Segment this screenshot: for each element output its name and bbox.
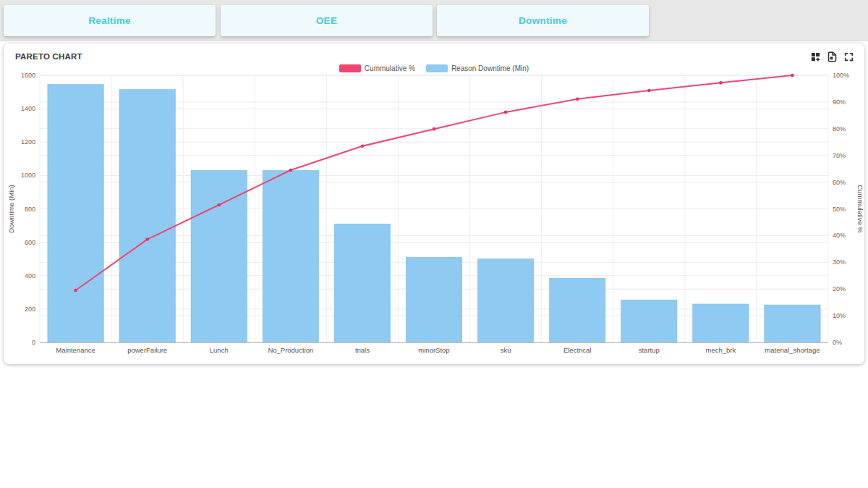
bar-No_Production[interactable]: [263, 170, 318, 342]
pareto-chart-card: PARETO CHART: [4, 43, 864, 364]
x-axis-label: trials: [355, 346, 370, 354]
right-axis-tick: 70%: [833, 152, 846, 159]
right-axis-tick: 50%: [833, 206, 846, 213]
left-axis-tick: 1000: [21, 172, 35, 179]
card-toolbar: [810, 51, 854, 62]
right-axis-tick: 60%: [833, 179, 846, 186]
right-axis-tick: 30%: [833, 258, 846, 266]
bar-mech_brk[interactable]: [693, 304, 749, 342]
cumulative-point-minorStop[interactable]: [433, 127, 436, 131]
x-axis-label: material_shortage: [765, 346, 820, 354]
cumulative-point-material_shortage[interactable]: [791, 74, 794, 77]
x-axis-label: Maintenance: [56, 346, 95, 354]
right-axis-tick: 40%: [833, 232, 846, 239]
cumulative-point-trials[interactable]: [361, 144, 365, 148]
left-axis-tick: 1600: [21, 72, 35, 79]
right-axis-tick: 100%: [833, 72, 849, 79]
tab-downtime[interactable]: Downtime: [437, 5, 649, 36]
cumulative-point-powerFailure[interactable]: [145, 237, 149, 241]
tab-realtime[interactable]: Realtime: [4, 5, 216, 36]
cumulative-point-sku[interactable]: [504, 111, 508, 114]
bar-trials[interactable]: [334, 224, 390, 342]
right-axis-tick: 20%: [833, 285, 846, 293]
cumulative-point-Maintenance[interactable]: [74, 289, 77, 293]
x-axis-label: Electrical: [563, 346, 592, 354]
tabs-bar: Realtime OEE Downtime: [0, 0, 868, 41]
left-axis-title: Downtime (Min): [7, 185, 15, 233]
bar-minorStop[interactable]: [406, 257, 461, 342]
left-axis-tick: 1200: [21, 138, 35, 146]
card-header: PARETO CHART: [15, 49, 854, 64]
right-axis-tick: 90%: [833, 98, 846, 106]
page-title: PARETO CHART: [15, 52, 82, 61]
export-report-icon[interactable]: [827, 51, 838, 62]
cumulative-point-startup[interactable]: [647, 89, 651, 93]
left-axis-tick: 1400: [21, 105, 35, 112]
x-axis-label: No_Production: [268, 346, 313, 354]
right-axis-tick: 80%: [833, 125, 846, 132]
right-axis-title: Cummulative %: [856, 185, 864, 233]
fullscreen-icon[interactable]: [843, 51, 854, 62]
left-axis-tick: 600: [25, 239, 35, 246]
tab-oee[interactable]: OEE: [221, 5, 433, 36]
right-axis-tick: 0%: [833, 339, 842, 346]
x-axis-label: minorStop: [418, 346, 449, 354]
bar-startup[interactable]: [621, 300, 677, 342]
bar-Electrical[interactable]: [550, 278, 605, 342]
left-axis-tick: 400: [25, 272, 35, 279]
bar-Maintenance[interactable]: [48, 85, 103, 342]
dashboard-customize-icon[interactable]: [810, 51, 821, 62]
left-axis-tick: 800: [25, 206, 35, 213]
left-axis-tick: 200: [25, 306, 35, 313]
pareto-chart-canvas: 020040060080010001200140016000%10%20%30%…: [4, 70, 864, 361]
x-axis-label: startup: [639, 346, 660, 354]
bar-Lunch[interactable]: [191, 170, 247, 342]
bar-sku[interactable]: [477, 259, 533, 342]
right-axis-tick: 10%: [833, 312, 846, 319]
cumulative-point-Electrical[interactable]: [576, 98, 579, 101]
left-axis-tick: 0: [32, 339, 35, 346]
bar-powerFailure[interactable]: [119, 90, 175, 342]
cumulative-point-Lunch[interactable]: [217, 203, 221, 207]
bar-material_shortage[interactable]: [765, 305, 820, 342]
x-axis-label: Lunch: [210, 346, 229, 354]
x-axis-label: sku: [501, 346, 511, 354]
cumulative-point-No_Production[interactable]: [289, 169, 293, 172]
cumulative-point-mech_brk[interactable]: [719, 81, 723, 85]
x-axis-label: mech_brk: [706, 346, 736, 354]
x-axis-label: powerFailure: [127, 346, 167, 354]
